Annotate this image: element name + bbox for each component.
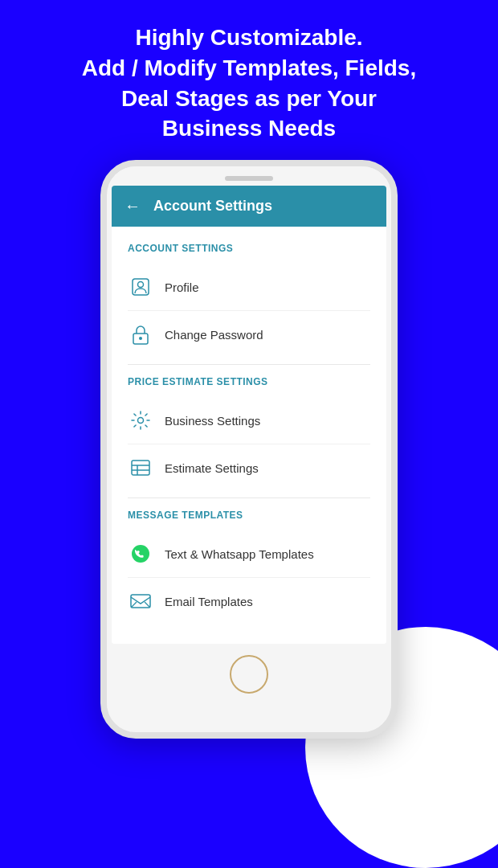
svg-point-3 xyxy=(139,337,142,340)
person-icon xyxy=(128,274,153,300)
divider-2 xyxy=(128,497,370,498)
estimate-settings-item[interactable]: Estimate Settings xyxy=(128,444,370,491)
message-templates-section: MESSAGE TEMPLATES Text & Whatsapp Templa… xyxy=(128,510,370,624)
message-templates-label: MESSAGE TEMPLATES xyxy=(128,510,370,521)
price-estimate-section: PRICE ESTIMATE SETTINGS Business Setting… xyxy=(128,376,370,491)
gear-icon xyxy=(128,407,153,433)
text-whatsapp-label: Text & Whatsapp Templates xyxy=(165,547,314,561)
phone-speaker xyxy=(225,176,273,181)
svg-point-1 xyxy=(138,282,144,288)
email-icon xyxy=(128,588,153,614)
phone-frame: ← Account Settings ACCOUNT SETTINGS Prof… xyxy=(100,160,398,739)
price-estimate-label: PRICE ESTIMATE SETTINGS xyxy=(128,376,370,387)
profile-item[interactable]: Profile xyxy=(128,264,370,311)
app-header: ← Account Settings xyxy=(112,186,386,227)
screen: ← Account Settings ACCOUNT SETTINGS Prof… xyxy=(112,186,386,644)
chat-icon xyxy=(128,541,153,567)
svg-rect-5 xyxy=(132,461,149,475)
back-button[interactable]: ← xyxy=(124,197,141,215)
account-settings-label: ACCOUNT SETTINGS xyxy=(128,243,370,254)
svg-line-11 xyxy=(131,602,137,608)
phone-top-bar xyxy=(107,166,391,186)
email-templates-item[interactable]: Email Templates xyxy=(128,578,370,624)
account-settings-section: ACCOUNT SETTINGS Profile xyxy=(128,243,370,358)
phone-bottom xyxy=(107,644,391,708)
estimate-settings-label: Estimate Settings xyxy=(165,461,259,475)
business-settings-label: Business Settings xyxy=(165,414,260,428)
table-icon xyxy=(128,455,153,481)
change-password-label: Change Password xyxy=(165,328,263,342)
profile-label: Profile xyxy=(165,280,199,294)
divider-1 xyxy=(128,364,370,365)
change-password-item[interactable]: Change Password xyxy=(128,311,370,358)
email-templates-label: Email Templates xyxy=(165,595,253,608)
svg-point-4 xyxy=(138,418,144,424)
svg-rect-10 xyxy=(131,595,150,608)
svg-line-12 xyxy=(145,602,150,608)
settings-list: ACCOUNT SETTINGS Profile xyxy=(112,227,386,644)
headline-text: Highly Customizable. Add / Modify Templa… xyxy=(0,0,498,160)
screen-title: Account Settings xyxy=(153,198,272,215)
business-settings-item[interactable]: Business Settings xyxy=(128,397,370,444)
home-button[interactable] xyxy=(230,655,268,694)
text-whatsapp-item[interactable]: Text & Whatsapp Templates xyxy=(128,530,370,578)
lock-icon xyxy=(128,321,153,347)
